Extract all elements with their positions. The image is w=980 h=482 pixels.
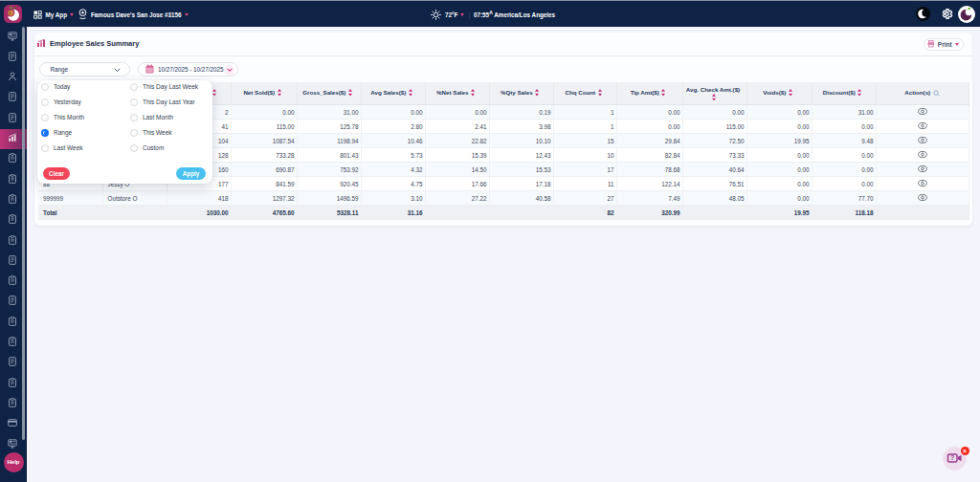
svg-text:?: ? [950, 454, 954, 461]
